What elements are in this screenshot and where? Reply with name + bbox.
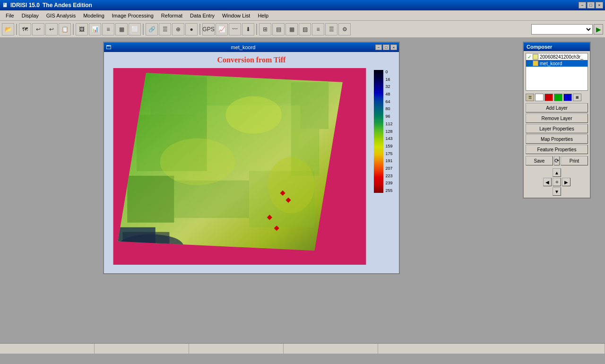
tb-btn-5[interactable]: 🖼 [76, 23, 88, 35]
tb-btn-13[interactable]: ● [185, 23, 198, 35]
nav-left-button[interactable]: ◀ [543, 178, 552, 186]
layer-name-1: 200608241200ch3r_ [540, 54, 583, 60]
palette-multi-btn[interactable]: ▦ [573, 94, 581, 101]
scale-239: 239 [385, 181, 392, 185]
menu-modeling[interactable]: Modeling [79, 12, 108, 19]
doc-title-controls: − □ × [375, 44, 397, 50]
menu-help[interactable]: Help [254, 12, 272, 19]
save-button[interactable]: Save [526, 156, 553, 165]
gps-button[interactable]: GPS [202, 23, 215, 35]
feature-properties-button[interactable]: Feature Properties [526, 145, 588, 154]
tb-btn-15[interactable]: 〰 [229, 23, 241, 35]
scale-0: 0 [385, 70, 392, 74]
toolbar-dropdown[interactable] [531, 24, 593, 35]
minimize-button[interactable]: − [579, 2, 586, 9]
tb-btn-21[interactable]: ≡ [312, 23, 324, 35]
status-2 [95, 344, 189, 354]
doc-minimize-button[interactable]: − [375, 44, 382, 50]
tb-btn-1[interactable]: 🗺 [19, 23, 31, 35]
palette-blue-btn[interactable] [563, 94, 572, 101]
nav-middle-row: ◀ ✛ ▶ [543, 178, 570, 186]
tb-btn-9[interactable]: ⬜ [129, 23, 141, 35]
tb-btn-6[interactable]: 📊 [89, 23, 101, 35]
layer-name-2: met_koord [540, 61, 562, 66]
tb-btn-20[interactable]: ▧ [299, 23, 311, 35]
tb-btn-19[interactable]: ▦ [285, 23, 298, 35]
menu-gis-analysis[interactable]: GIS Analysis [43, 12, 79, 19]
svg-point-15 [268, 157, 314, 213]
tb-btn-8[interactable]: ▦ [115, 23, 128, 35]
palette-red-btn[interactable] [544, 94, 553, 101]
svg-rect-3 [151, 78, 207, 115]
menu-data-entry[interactable]: Data Entry [186, 12, 218, 19]
sep2 [73, 24, 74, 35]
nav-down-row: ▼ [553, 187, 561, 196]
doc-window-title: met_koord [231, 44, 256, 50]
palette-white-btn[interactable] [535, 94, 544, 101]
tb-btn-10[interactable]: 🔗 [146, 23, 158, 35]
tb-btn-17[interactable]: ⊞ [259, 23, 271, 35]
scale-207: 207 [385, 166, 392, 171]
menu-file[interactable]: File [2, 12, 18, 19]
remove-layer-button[interactable]: Remove Layer [526, 113, 588, 123]
nav-up-button[interactable]: ▲ [553, 168, 561, 177]
scale-143: 143 [385, 137, 392, 141]
nav-right-button[interactable]: ▶ [562, 178, 570, 186]
layer-item-2[interactable]: ✓ met_koord [526, 60, 588, 67]
scale-191: 191 [385, 159, 392, 163]
map-svg [108, 68, 372, 265]
tb-btn-16[interactable]: ⬇ [242, 23, 254, 35]
composer-panel: Composer ✓ 200608241200ch3r_ ✓ met_koord… [523, 42, 591, 199]
doc-window-icon: 🗔 [106, 44, 111, 50]
scale-16: 16 [385, 78, 392, 82]
map-area: 0 16 32 48 64 80 96 112 128 143 159 175 [108, 68, 395, 265]
composer-save-row: Save ⟳ Print [524, 155, 590, 166]
tb-btn-11[interactable]: ☰ [159, 23, 171, 35]
tb-btn-2[interactable]: ↩ [32, 23, 44, 35]
scale-32: 32 [385, 85, 392, 89]
menu-display[interactable]: Display [18, 12, 43, 19]
palette-green-btn[interactable] [554, 94, 562, 101]
sep5 [256, 24, 257, 35]
tb-btn-14[interactable]: 📈 [216, 23, 228, 35]
run-button[interactable]: ▶ [594, 24, 603, 35]
open-button[interactable]: 📂 [2, 23, 14, 35]
map-canvas [108, 68, 372, 265]
menu-reformat[interactable]: Reformat [157, 12, 186, 19]
doc-restore-button[interactable]: □ [383, 44, 389, 50]
print-button[interactable]: Print [561, 156, 588, 165]
menu-window-list[interactable]: Window List [218, 12, 254, 19]
layer-properties-button[interactable]: Layer Properties [526, 124, 588, 133]
menu-image-processing[interactable]: Image Processing [108, 12, 157, 19]
svg-rect-10 [174, 181, 249, 218]
palette-layers-btn[interactable]: ☰ [526, 94, 534, 101]
scale-labels: 0 16 32 48 64 80 96 112 128 143 159 175 [385, 70, 392, 193]
scale-223: 223 [385, 174, 392, 178]
map-properties-button[interactable]: Map Properties [526, 134, 588, 144]
nav-down-button[interactable]: ▼ [553, 187, 561, 196]
app-name: IDRISI 15.0 [10, 2, 40, 9]
tb-btn-22[interactable]: ☰ [325, 23, 337, 35]
tb-btn-7[interactable]: ≡ [102, 23, 114, 35]
tb-btn-18[interactable]: ▤ [272, 23, 285, 35]
scale-80: 80 [385, 107, 392, 111]
tb-btn-12[interactable]: ⊕ [172, 23, 184, 35]
title-bar: 🖥 IDRISI 15.0 The Andes Edition − □ × [0, 0, 605, 10]
add-layer-button[interactable]: Add Layer [526, 103, 588, 113]
restore-button[interactable]: □ [587, 2, 595, 9]
nav-center-target[interactable]: ✛ [553, 178, 561, 186]
document-window: 🗔 met_koord − □ × Conversion from Tiff [103, 42, 400, 274]
refresh-button[interactable]: ⟳ [554, 156, 560, 165]
doc-close-button[interactable]: × [390, 44, 397, 50]
layer-item-1[interactable]: ✓ 200608241200ch3r_ [526, 53, 588, 60]
close-button[interactable]: × [596, 2, 603, 9]
status-3 [189, 344, 284, 354]
title-bar-left: 🖥 IDRISI 15.0 The Andes Edition [2, 2, 92, 9]
doc-title-bar: 🗔 met_koord − □ × [104, 43, 399, 52]
status-4 [284, 344, 378, 354]
tb-btn-3[interactable]: ↩ [45, 23, 58, 35]
tb-btn-4[interactable]: 📋 [59, 23, 71, 35]
color-scale [374, 70, 383, 193]
tb-btn-23[interactable]: ⚙ [338, 23, 351, 35]
status-bar [0, 343, 605, 354]
